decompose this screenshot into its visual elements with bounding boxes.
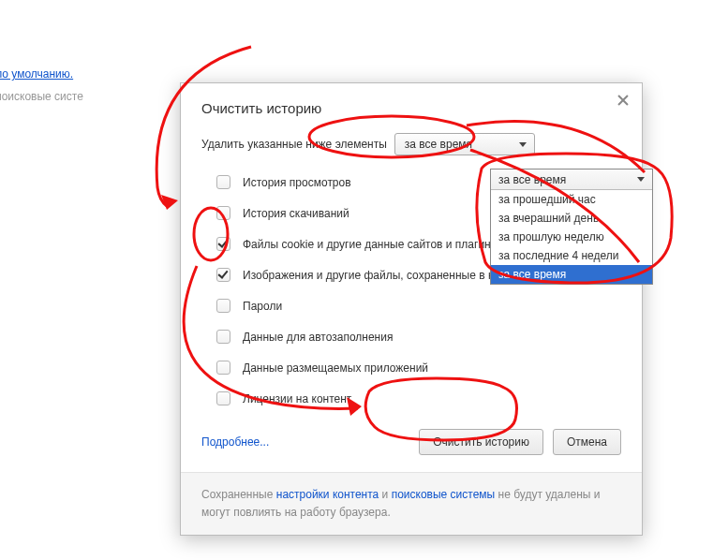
delete-range-label: Удалить указанные ниже элементы [201, 138, 387, 151]
option-checkbox[interactable] [216, 361, 230, 375]
option-checkbox[interactable] [216, 206, 230, 220]
search-engines-link[interactable]: поисковые системы [392, 488, 496, 501]
option-label: История просмотров [243, 176, 351, 189]
option-label: Файлы cookie и другие данные сайтов и пл… [243, 238, 503, 251]
clear-history-button[interactable]: Очистить историю [419, 429, 543, 455]
time-range-popup-selected[interactable]: за все время [491, 169, 652, 190]
option-label: Пароли [243, 300, 282, 313]
option-checkbox[interactable] [216, 391, 230, 405]
settings-default-text: стему по умолчанию. [0, 67, 73, 81]
time-range-option[interactable]: за прошлую неделю [491, 228, 652, 246]
time-range-option[interactable]: за последние 4 недели [491, 246, 652, 265]
option-checkbox[interactable] [216, 268, 230, 282]
option-row[interactable]: Пароли [213, 290, 621, 321]
dialog-footer-note: Сохраненные настройки контента и поисков… [181, 472, 642, 535]
time-range-popup: за все время за прошедший часза вчерашни… [490, 169, 653, 285]
dialog-title: Очистить историю [201, 100, 621, 116]
time-range-option[interactable]: за вчерашний день [491, 209, 652, 228]
option-row[interactable]: Лицензии на контент [213, 383, 621, 414]
time-range-select[interactable]: за все время [394, 133, 535, 155]
option-checkbox[interactable] [216, 330, 230, 344]
option-row[interactable]: Данные размещаемых приложений [213, 352, 621, 383]
option-checkbox[interactable] [216, 299, 230, 313]
option-label: Данные размещаемых приложений [243, 361, 428, 375]
option-checkbox[interactable] [216, 237, 230, 251]
time-range-option[interactable]: за все время [491, 265, 652, 284]
option-label: Лицензии на контент [243, 392, 351, 405]
option-row[interactable]: Данные для автозаполнения [213, 321, 621, 352]
time-range-option[interactable]: за прошедший час [491, 190, 652, 209]
time-range-value: за все время [405, 138, 472, 151]
option-label: История скачиваний [243, 207, 349, 220]
settings-search-text: роить поисковые систе [0, 90, 83, 103]
clear-history-dialog: Очистить историю Удалить указанные ниже … [180, 82, 643, 536]
settings-default-link[interactable]: стему по умолчанию. [0, 67, 73, 81]
learn-more-link[interactable]: Подробнее... [201, 435, 269, 449]
option-label: Изображения и другие файлы, сохраненные … [243, 269, 514, 282]
option-checkbox[interactable] [216, 175, 230, 189]
content-settings-link[interactable]: настройки контента [276, 488, 379, 501]
close-icon[interactable] [616, 93, 631, 108]
option-label: Данные для автозаполнения [243, 331, 393, 344]
cancel-button[interactable]: Отмена [553, 429, 621, 455]
